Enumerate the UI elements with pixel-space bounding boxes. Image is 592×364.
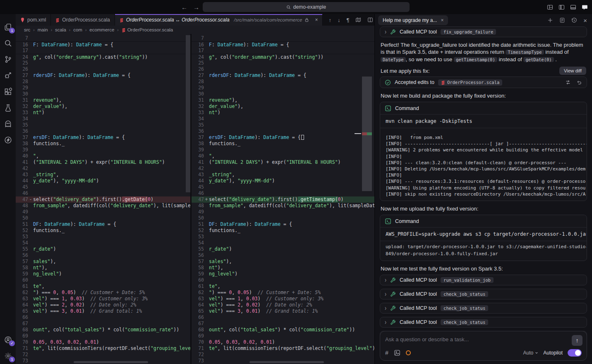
original-vertical-scrollbar[interactable] [186, 35, 190, 192]
code-line-27[interactable]: 27rdersDF: DataFrame): DataFrame = { [192, 72, 374, 79]
code-line-54[interactable]: 54 [192, 240, 374, 246]
code-line-66[interactable]: 66 [16, 314, 190, 321]
prev-change-icon[interactable]: ↑ [328, 17, 331, 23]
map-icon[interactable] [355, 17, 361, 23]
mode-dropdown[interactable]: Auto [523, 350, 539, 356]
code-line-67[interactable]: 67 [192, 321, 374, 327]
code-line-41[interactable]: 41("INTERVAL 2 DAYS") + expr("INTERVAL 8… [192, 159, 374, 165]
code-line-51[interactable]: 51DF: DataFrame): DataFrame = { [192, 221, 374, 228]
mcp-tool-call[interactable]: ›Called MCP toolcheck_job_status [380, 289, 587, 299]
undo-edits-icon[interactable] [576, 79, 582, 85]
code-line-69[interactable]: 69 [16, 333, 190, 339]
code-line-48[interactable]: 48from_sample", datediff(col("delivery_d… [192, 203, 374, 209]
code-line-24[interactable]: 24g", col("order_summary").cast("string"… [16, 54, 190, 60]
code-line-66[interactable]: 66 [192, 314, 374, 321]
code-line-64[interactable]: 64vel") === 2, 0.02) // Date only: 2% [192, 302, 374, 308]
code-line-40[interactable]: 40", [16, 153, 190, 159]
chevron-right-icon[interactable]: › [385, 318, 386, 326]
code-line-58[interactable]: 58nt"), [16, 265, 190, 271]
code-line-60[interactable]: 60 [16, 277, 190, 283]
code-line-44[interactable]: 44y_date"), "yyyy-MM-dd") [192, 178, 374, 184]
next-change-icon[interactable]: ↓ [338, 17, 340, 23]
extensions-icon[interactable] [2, 84, 14, 100]
code-line-49[interactable]: 49 [192, 209, 374, 215]
original-horizontal-scrollbar[interactable] [74, 361, 148, 363]
code-line-17[interactable]: 17 [16, 48, 190, 54]
compare-changes-icon[interactable] [565, 79, 571, 85]
code-line-42[interactable]: 42 [16, 165, 190, 172]
split-editor-icon[interactable] [367, 17, 373, 23]
toggle-panel-left-icon[interactable] [558, 4, 565, 10]
code-line-64[interactable]: 64vel") === 2, 0.02) // Date only: 2% [16, 302, 190, 308]
code-line-25[interactable]: 25 [16, 60, 190, 66]
code-line-29[interactable]: 29 [16, 85, 190, 91]
code-line-45[interactable]: 45 [16, 184, 190, 190]
command-center-search[interactable]: demo-example [203, 2, 410, 12]
code-line-47[interactable]: 47+select("delivery_date").first().getTi… [192, 196, 374, 203]
code-line-7[interactable]: 7 [192, 35, 374, 41]
code-line-63[interactable]: 63vel") === 1, 0.03) // Customer only: 3… [192, 296, 374, 302]
file-badge[interactable]: OrderProcessor.scala [438, 79, 502, 86]
breadcrumb-item[interactable]: main [38, 27, 48, 32]
code-line-52[interactable]: 52functions._ [192, 228, 374, 234]
code-line-63[interactable]: 63vel") === 1, 0.03) // Customer only: 3… [16, 296, 190, 302]
tab-close-icon[interactable]: × [315, 17, 318, 23]
code-line-35[interactable]: 35 [192, 122, 374, 128]
code-line-54[interactable]: 54 [16, 240, 190, 246]
toggle-panel-bottom-icon[interactable] [570, 4, 576, 10]
code-line-48[interactable]: 48from_sample", datediff(col("delivery_d… [16, 203, 190, 209]
code-line-16[interactable]: 16F: DataFrame): DataFrame = { [192, 41, 374, 48]
code-line-53[interactable]: 53 [16, 234, 190, 240]
search-icon[interactable] [2, 35, 14, 51]
settings-icon[interactable]: 1 [2, 348, 14, 364]
new-chat-icon[interactable] [547, 17, 553, 23]
editor-tab-1[interactable]: OrderProcessor.scala [51, 14, 115, 26]
code-line-65[interactable]: 65vel") === 3, 0.01) // Grand total: 1% [16, 308, 190, 314]
diff-pane-modified[interactable]: 716F: DataFrame): DataFrame = {1724g", c… [192, 34, 374, 364]
code-line-39[interactable]: 39 [192, 147, 374, 153]
code-line-25[interactable]: 25 [192, 60, 374, 66]
nav-back-icon[interactable]: ← [181, 4, 187, 11]
code-line-55[interactable]: 55r_date") [192, 246, 374, 252]
kiro-ghost-icon[interactable] [2, 116, 14, 132]
code-line-59[interactable]: 59ng_level") [16, 271, 190, 277]
code-line-70[interactable]: 700.05, 0.03, 0.02, 0.01) [16, 339, 190, 345]
modified-vertical-scrollbar[interactable] [362, 34, 372, 364]
kiro-assistant-icon[interactable] [2, 132, 14, 148]
autopilot-toggle[interactable] [568, 349, 582, 357]
chevron-right-icon[interactable]: › [385, 28, 386, 36]
code-line-37[interactable]: 37ersDF: DataFrame): DataFrame = { [192, 134, 374, 141]
code-line-37[interactable]: 37ersDF: DataFrame): DataFrame = { [16, 134, 190, 141]
task-list-icon[interactable] [559, 17, 565, 23]
chat-input[interactable] [385, 336, 559, 342]
code-line-33[interactable]: 33nt") [16, 110, 190, 116]
code-line-32[interactable]: 32der_value"), [16, 103, 190, 110]
code-line-70[interactable]: 700.05, 0.03, 0.02, 0.01) [192, 339, 374, 345]
code-line-36[interactable]: 36 [192, 128, 374, 134]
code-line-28[interactable]: 28 [16, 79, 190, 85]
code-line-32[interactable]: 32der_value"), [192, 103, 374, 110]
code-line-33[interactable]: 33nt") [192, 110, 374, 116]
code-line-34[interactable]: 34 [16, 116, 190, 122]
code-line-72[interactable]: 72 [16, 352, 190, 358]
code-line-68[interactable]: 68ount", col("total_sales") * col("commi… [16, 327, 190, 333]
code-line-69[interactable]: 69 [192, 333, 374, 339]
code-line-24[interactable]: 24g", col("order_summary").cast("string"… [192, 54, 374, 60]
code-line-35[interactable]: 35 [16, 122, 190, 128]
code-line-71[interactable]: 71te", lit(commissionTiers(reportDF.sele… [192, 345, 374, 352]
code-line-49[interactable]: 49 [16, 209, 190, 215]
code-line-27[interactable]: 27rdersDF: DataFrame): DataFrame = { [16, 72, 190, 79]
code-line-43[interactable]: 43_string", [192, 172, 374, 178]
context-hash-icon[interactable]: # [385, 350, 388, 356]
code-line-65[interactable]: 65vel") === 3, 0.01) // Grand total: 1% [192, 308, 374, 314]
history-icon[interactable] [571, 17, 577, 23]
code-line-34[interactable]: 34 [192, 116, 374, 122]
modified-horizontal-scrollbar[interactable] [249, 361, 324, 363]
assistant-tab-close-icon[interactable]: × [441, 17, 443, 23]
code-line-30[interactable]: 30 [192, 91, 374, 97]
mcp-tool-call[interactable]: ›Called MCP toolcheck_job_status [380, 303, 587, 314]
diff-pane-original[interactable]: 716F: DataFrame): DataFrame = {1724g", c… [16, 34, 192, 364]
editor-tab-2[interactable]: OrderProcessor.scala ↔ OrderProcessor.sc… [115, 14, 323, 26]
account-icon[interactable]: ✓ [2, 332, 14, 348]
mcp-tool-call[interactable]: ›Called MCP toolcheck_job_status [380, 317, 587, 328]
